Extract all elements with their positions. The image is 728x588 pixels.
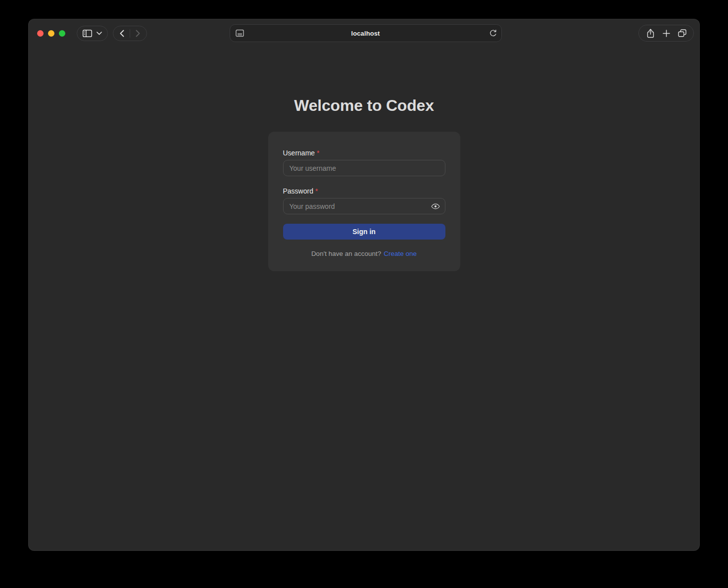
signup-prompt: Don't have an account?Create one: [283, 249, 445, 258]
share-button[interactable]: [642, 25, 658, 41]
page-settings-button[interactable]: [236, 30, 244, 37]
address-bar[interactable]: localhost: [230, 24, 502, 42]
tab-overview-icon: [678, 29, 686, 37]
username-label-text: Username: [283, 149, 315, 157]
password-field-group: Password*: [283, 187, 445, 214]
sidebar-icon: [83, 30, 92, 37]
toolbar-left-group: [37, 26, 230, 41]
username-label: Username*: [283, 149, 445, 157]
page-title: Welcome to Codex: [28, 96, 700, 115]
username-input[interactable]: [283, 160, 445, 176]
new-tab-button[interactable]: [658, 25, 674, 41]
toolbar-right-group: [638, 25, 694, 42]
share-icon: [647, 29, 654, 38]
username-field-group: Username*: [283, 149, 445, 176]
toggle-password-visibility-button[interactable]: [430, 202, 441, 210]
sign-in-button[interactable]: Sign in: [283, 224, 445, 240]
traffic-lights: [37, 30, 65, 37]
signup-prompt-text: Don't have an account?: [311, 250, 381, 257]
password-label: Password*: [283, 187, 445, 196]
history-nav-group: [113, 26, 147, 41]
page-settings-icon: [236, 30, 244, 37]
sidebar-toggle-group: [77, 26, 108, 41]
sidebar-toggle-button[interactable]: [83, 30, 92, 37]
close-window-button[interactable]: [37, 30, 44, 37]
chevron-down-icon: [97, 32, 102, 35]
zoom-window-button[interactable]: [59, 30, 65, 37]
browser-actions-group: [638, 25, 694, 42]
create-account-link[interactable]: Create one: [384, 250, 417, 257]
password-input-wrap: [283, 198, 445, 214]
chevron-right-icon: [136, 30, 140, 37]
sidebar-options-button[interactable]: [97, 32, 102, 35]
reload-button[interactable]: [489, 29, 497, 37]
login-card: Username* Password* Sign: [268, 132, 460, 271]
eye-icon: [431, 203, 440, 209]
url-text: localhost: [351, 30, 380, 37]
plus-icon: [663, 30, 670, 37]
tab-overview-button[interactable]: [674, 25, 690, 41]
password-input[interactable]: [283, 198, 445, 214]
browser-toolbar: localhost: [28, 19, 700, 46]
required-asterisk: *: [315, 187, 318, 195]
minimize-window-button[interactable]: [48, 30, 54, 37]
browser-window: localhost: [28, 19, 700, 551]
password-label-text: Password: [283, 187, 313, 195]
required-asterisk: *: [317, 149, 319, 157]
back-button[interactable]: [114, 26, 130, 41]
forward-button[interactable]: [130, 26, 146, 41]
reload-icon: [489, 29, 497, 37]
chevron-left-icon: [120, 30, 124, 37]
